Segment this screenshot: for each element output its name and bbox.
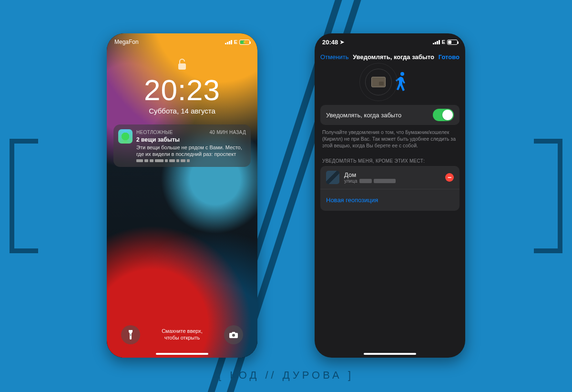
exceptions-header: УВЕДОМЛЯТЬ МЕНЯ, КРОМЕ ЭТИХ МЕСТ: <box>320 158 460 164</box>
home-indicator[interactable] <box>364 353 416 355</box>
done-button[interactable]: Готово <box>439 53 460 61</box>
notification-category: НЕОТЛОЖНЫЕ <box>136 129 173 135</box>
svg-rect-1 <box>130 334 131 336</box>
redacted-text <box>359 179 372 183</box>
phone-lockscreen: MegaFon E ⚡ 20:23 Суббота, 14 августа НЕ… <box>107 33 257 358</box>
svg-point-2 <box>232 334 235 337</box>
notification-title: 2 вещи забыты <box>136 136 246 144</box>
network-type: E <box>234 39 237 45</box>
svg-rect-0 <box>178 63 186 70</box>
home-indicator[interactable] <box>156 353 208 355</box>
redacted-text <box>374 179 396 183</box>
cancel-button[interactable]: Отменить <box>320 53 348 61</box>
clock-date: Суббота, 14 августа <box>107 107 257 115</box>
add-location-label: Новая геопозиция <box>326 196 378 204</box>
flashlight-button[interactable] <box>121 325 140 344</box>
nav-title: Уведомлять, когда забыто <box>348 53 438 61</box>
wallet-icon <box>371 77 386 87</box>
notification-time: 40 мин назад <box>209 129 246 135</box>
signal-icon <box>225 40 232 44</box>
swipe-hint: Смахните вверх, чтобы открыть <box>162 328 203 341</box>
flashlight-icon <box>127 330 134 340</box>
redacted-text <box>136 159 246 162</box>
toggle-label: Уведомлять, когда забыто <box>326 112 401 119</box>
notification-body: Эти вещи больше не рядом с Вами. Место, … <box>136 144 246 158</box>
location-icon: ➤ <box>340 39 344 45</box>
battery-icon <box>447 40 458 45</box>
toggle-switch[interactable] <box>433 109 454 121</box>
battery-icon: ⚡ <box>239 40 250 45</box>
explanation-text: Получайте уведомления о том, что Бумажни… <box>320 129 460 149</box>
clock-time: 20:23 <box>107 75 257 105</box>
status-bar: 20:48 ➤ E <box>315 37 465 47</box>
signal-icon <box>433 40 440 44</box>
location-title: Дом <box>344 171 440 178</box>
location-sub-prefix: улица <box>344 178 358 184</box>
location-row-home[interactable]: Дом улица − <box>320 166 460 189</box>
header-illustration <box>315 68 465 96</box>
unlock-icon <box>177 58 187 71</box>
status-bar: MegaFon E ⚡ <box>107 37 257 47</box>
notification-card[interactable]: НЕОТЛОЖНЫЕ 40 мин назад 2 вещи забыты Эт… <box>113 124 251 167</box>
lockscreen-content: 20:23 Суббота, 14 августа НЕОТЛОЖНЫЕ 40 … <box>107 54 257 167</box>
remove-location-button[interactable]: − <box>445 173 454 182</box>
findmy-app-icon <box>118 129 133 144</box>
swipe-hint-line2: чтобы открыть <box>162 335 203 341</box>
svg-point-3 <box>400 72 404 76</box>
brand-bracket-left <box>10 139 38 253</box>
add-location-row[interactable]: Новая геопозиция <box>320 189 460 211</box>
brand-bracket-right <box>534 139 562 253</box>
status-time: 20:48 <box>322 39 338 46</box>
exceptions-list: Дом улица − Новая геопозиция <box>320 166 460 211</box>
camera-button[interactable] <box>224 325 243 344</box>
phone-settings: 20:48 ➤ E Отменить Уведомлять, когда заб… <box>315 33 465 358</box>
network-type: E <box>442 39 445 45</box>
nav-bar: Отменить Уведомлять, когда забыто Готово <box>315 51 465 63</box>
notify-toggle-row[interactable]: Уведомлять, когда забыто <box>320 105 460 125</box>
camera-icon <box>229 331 238 338</box>
carrier-label: MegaFon <box>114 39 139 45</box>
map-thumbnail-icon <box>326 171 339 184</box>
swipe-hint-line1: Смахните вверх, <box>162 328 203 335</box>
brand-watermark: [ КОД // ДУРОВА ] <box>218 369 354 382</box>
